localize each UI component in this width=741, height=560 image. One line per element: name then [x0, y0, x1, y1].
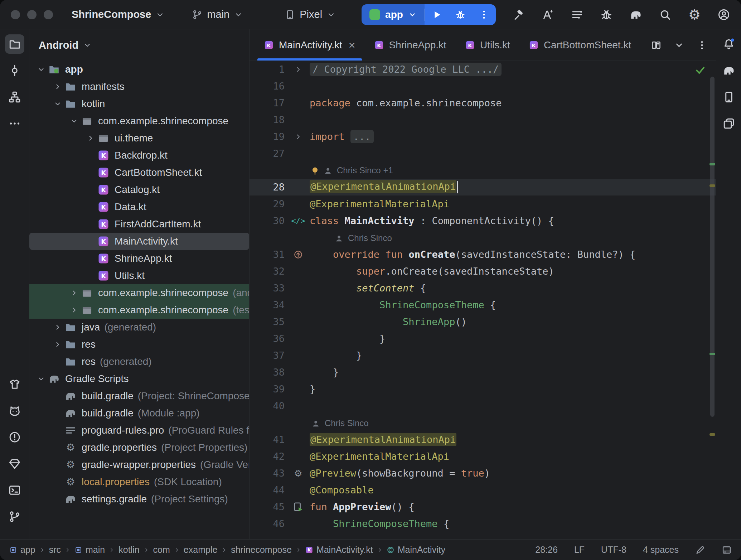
- tree-item-com.example.shrinecompose[interactable]: com.example.shrinecompose(andr: [29, 284, 249, 301]
- breadcrumb-item-kotlin[interactable]: kotlin: [118, 545, 139, 555]
- overriding-method-icon[interactable]: [287, 250, 310, 260]
- tree-item-proguard-rules.pro[interactable]: proguard-rules.pro(ProGuard Rules fo: [29, 422, 249, 439]
- markup-tag-icon[interactable]: </>: [287, 216, 310, 225]
- editor-tab-CartBottomSheet.kt[interactable]: KCartBottomSheet.kt: [519, 29, 640, 61]
- change-stripe-mark[interactable]: [709, 163, 715, 165]
- tree-item-com.example.shrinecompose[interactable]: com.example.shrinecompose: [29, 112, 249, 130]
- chevron-right-icon[interactable]: [84, 134, 97, 143]
- close-tab-icon[interactable]: ×: [349, 39, 355, 51]
- code-line-30[interactable]: 30</>class MainActivity : ComponentActiv…: [250, 212, 716, 229]
- minimize-window-button[interactable]: [27, 10, 37, 19]
- code-line-42[interactable]: 42@ExperimentalMaterialApi: [250, 448, 716, 465]
- editor-tab-MainActivity.kt[interactable]: KMainActivity.kt×: [255, 29, 365, 61]
- tree-item-catalog.kt[interactable]: KCatalog.kt: [29, 181, 249, 198]
- device-selector[interactable]: Pixel: [285, 9, 336, 20]
- hidden-tabs-chevron-icon[interactable]: [674, 40, 684, 50]
- code-line-36[interactable]: 36 }: [250, 330, 716, 347]
- code-author-annotation[interactable]: Chris Sinco +1: [250, 162, 716, 179]
- breadcrumb-item-shrinecompose[interactable]: shrinecompose: [231, 545, 292, 555]
- code-line-40[interactable]: 40: [250, 397, 716, 414]
- tree-item-com.example.shrinecompose[interactable]: com.example.shrinecompose(test): [29, 301, 249, 319]
- project-widget[interactable]: ShrineCompose: [72, 9, 165, 20]
- notifications-tool-button[interactable]: [719, 34, 738, 54]
- zoom-window-button[interactable]: [44, 10, 53, 19]
- version-control-tool-button[interactable]: [5, 507, 24, 526]
- code-line-32[interactable]: 32 super.onCreate(savedInstanceState): [250, 263, 716, 280]
- logcat-tool-button[interactable]: [5, 401, 24, 420]
- change-stripe-mark[interactable]: [709, 353, 715, 355]
- resource-manager-tool-button[interactable]: [719, 114, 738, 133]
- chevron-right-icon[interactable]: [67, 289, 81, 297]
- chevron-right-icon[interactable]: [67, 306, 81, 314]
- tree-item-res[interactable]: res: [29, 336, 249, 353]
- code-line-39[interactable]: 39}: [250, 381, 716, 397]
- highlight-stripe-mark[interactable]: [709, 433, 715, 436]
- line-separator-widget[interactable]: LF: [574, 545, 585, 555]
- fold-arrow-icon[interactable]: [287, 132, 310, 141]
- chevron-right-icon[interactable]: [51, 340, 64, 349]
- tree-item-cartbottomsheet.kt[interactable]: KCartBottomSheet.kt: [29, 164, 249, 181]
- gemini-icon[interactable]: [541, 8, 554, 21]
- highlight-stripe-mark[interactable]: [709, 184, 715, 187]
- breadcrumb-item-app[interactable]: app: [9, 545, 35, 555]
- code-line-1[interactable]: 1/ Copyright 2022 Google LLC .../: [250, 61, 716, 78]
- chevron-right-icon[interactable]: [51, 323, 64, 332]
- code-editor[interactable]: 1/ Copyright 2022 Google LLC .../1617pac…: [250, 61, 716, 539]
- breadcrumb-item-mainactivity[interactable]: MainActivity: [387, 545, 445, 555]
- more-run-options-button[interactable]: [472, 4, 496, 25]
- code-author-annotation[interactable]: Chris Sinco: [250, 414, 716, 431]
- tree-item-manifests[interactable]: manifests: [29, 78, 249, 95]
- gradle-tool-button[interactable]: [719, 61, 738, 80]
- code-line-45[interactable]: 45fun AppPreview() {: [250, 498, 716, 515]
- code-author-annotation[interactable]: Chris Sinco: [250, 229, 716, 246]
- tree-item-app[interactable]: app: [29, 61, 249, 78]
- fold-arrow-icon[interactable]: [287, 65, 310, 74]
- tree-item-gradle.properties[interactable]: ⚙gradle.properties(Project Properties): [29, 439, 249, 456]
- gradle-sync-icon[interactable]: [629, 8, 642, 21]
- code-line-35[interactable]: 35 ShrineApp(): [250, 313, 716, 330]
- code-line-44[interactable]: 44@Composable: [250, 482, 716, 498]
- build-variants-tool-button[interactable]: [5, 375, 24, 394]
- run-configuration-selector[interactable]: app: [362, 4, 425, 25]
- code-line-43[interactable]: 43⚙@Preview(showBackground = true): [250, 465, 716, 482]
- breadcrumb-item-com[interactable]: com: [153, 545, 170, 555]
- project-view-selector[interactable]: Android: [29, 29, 249, 61]
- debug-button[interactable]: [449, 4, 472, 25]
- terminal-tool-button[interactable]: [5, 481, 24, 500]
- editor-tab-ShrineApp.kt[interactable]: KShrineApp.kt: [365, 29, 456, 61]
- intention-bulb-icon[interactable]: [310, 165, 320, 176]
- preview-settings-icon[interactable]: ⚙: [287, 469, 310, 478]
- project-tool-button[interactable]: [5, 34, 24, 54]
- code-line-31[interactable]: 31 override fun onCreate(savedInstanceSt…: [250, 246, 716, 263]
- chevron-down-icon[interactable]: [67, 117, 81, 125]
- code-line-38[interactable]: 38 }: [250, 364, 716, 381]
- device-manager-tool-button[interactable]: [719, 87, 738, 107]
- tree-item-local.properties[interactable]: ⚙local.properties(SDK Location): [29, 473, 249, 491]
- chevron-down-icon[interactable]: [34, 65, 48, 74]
- chevron-down-icon[interactable]: [51, 100, 64, 108]
- problems-tool-button[interactable]: [5, 428, 24, 447]
- code-line-16[interactable]: 16: [250, 78, 716, 95]
- tree-item-build.gradle[interactable]: build.gradle(Module :app): [29, 405, 249, 422]
- tree-item-settings.gradle[interactable]: settings.gradle(Project Settings): [29, 491, 249, 508]
- breadcrumb-item-mainactivity.kt[interactable]: KMainActivity.kt: [305, 545, 373, 555]
- breadcrumb-item-main[interactable]: main: [74, 545, 105, 555]
- tree-item-shrineapp.kt[interactable]: KShrineApp.kt: [29, 250, 249, 267]
- editor-tab-Utils.kt[interactable]: KUtils.kt: [456, 29, 519, 61]
- tree-item-gradle-scripts[interactable]: Gradle Scripts: [29, 370, 249, 387]
- settings-icon[interactable]: ⚙: [688, 8, 701, 21]
- tab-options-kebab-icon[interactable]: [697, 40, 707, 50]
- code-line-29[interactable]: 29@ExperimentalMaterialApi: [250, 195, 716, 212]
- breadcrumb-item-example[interactable]: example: [184, 545, 218, 555]
- run-button[interactable]: [425, 4, 449, 25]
- structure-tool-button[interactable]: [5, 87, 24, 107]
- code-line-18[interactable]: 18: [250, 111, 716, 128]
- vcs-branch-widget[interactable]: main: [192, 9, 243, 20]
- tree-item-java[interactable]: java(generated): [29, 319, 249, 336]
- build-icon[interactable]: [512, 8, 525, 21]
- tree-item-ui.theme[interactable]: ui.theme: [29, 130, 249, 147]
- tree-item-mainactivity.kt[interactable]: KMainActivity.kt: [29, 233, 249, 250]
- code-line-41[interactable]: 41@ExperimentalAnimationApi: [250, 431, 716, 448]
- more-tool-button[interactable]: [5, 114, 24, 133]
- tree-item-backdrop.kt[interactable]: KBackdrop.kt: [29, 147, 249, 164]
